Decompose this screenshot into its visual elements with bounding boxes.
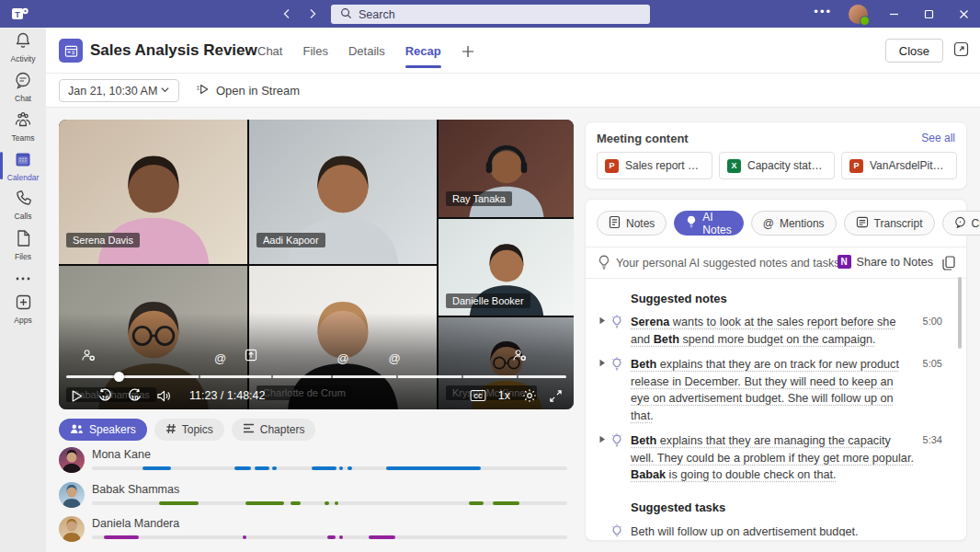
speaking-segment[interactable] bbox=[312, 466, 336, 470]
lightbulb-icon bbox=[598, 255, 610, 273]
sidebar-item-teams[interactable]: Teams bbox=[0, 107, 46, 145]
forward-10-button[interactable]: 10 bbox=[127, 388, 142, 403]
volume-button[interactable] bbox=[156, 389, 172, 403]
video-seek-bar[interactable] bbox=[66, 375, 566, 378]
window-minimize-button[interactable] bbox=[884, 0, 903, 28]
apps-icon bbox=[15, 293, 32, 315]
speaking-segment[interactable] bbox=[234, 466, 251, 470]
svg-text:10: 10 bbox=[131, 395, 139, 401]
fullscreen-button[interactable] bbox=[549, 389, 563, 403]
speaking-segment[interactable] bbox=[142, 466, 171, 470]
speaking-segment[interactable] bbox=[104, 535, 139, 539]
notes-scroll-area[interactable]: Suggested notes Serena wants to look at … bbox=[598, 279, 942, 536]
notes-card: NotesAI Notes@MentionsTranscriptChat You… bbox=[585, 199, 967, 541]
settings-gear-icon[interactable] bbox=[522, 388, 537, 403]
sidebar-item-calendar[interactable]: Calendar bbox=[0, 146, 46, 185]
play-button[interactable] bbox=[70, 389, 84, 403]
meeting-file-chip[interactable]: PSales report Q4... bbox=[597, 152, 712, 179]
rewind-10-button[interactable]: 10 bbox=[97, 388, 113, 403]
speaker-name: Daniela Mandera bbox=[92, 517, 179, 530]
meeting-calendar-icon bbox=[59, 39, 83, 63]
speaking-segment[interactable] bbox=[348, 466, 352, 470]
popout-icon[interactable] bbox=[953, 41, 969, 61]
page-title: Sales Analysis Review bbox=[90, 41, 257, 60]
sidebar-item-chat[interactable]: Chat bbox=[0, 67, 46, 106]
window-maximize-button[interactable] bbox=[919, 0, 938, 28]
video-playhead[interactable] bbox=[114, 372, 124, 382]
note-icon bbox=[609, 215, 621, 232]
expand-triangle-icon[interactable] bbox=[598, 314, 610, 327]
notes-tab-transcript[interactable]: Transcript bbox=[844, 211, 935, 236]
close-button[interactable]: Close bbox=[885, 39, 943, 63]
search-input[interactable]: Search bbox=[331, 5, 650, 24]
tab-chat[interactable]: Chat bbox=[257, 28, 282, 74]
speaking-segment[interactable] bbox=[386, 466, 482, 470]
note-timestamp[interactable]: 5:05 bbox=[915, 356, 942, 369]
scrollbar-thumb[interactable] bbox=[958, 277, 962, 349]
teams-app-window: T Search ••• ActivityChatTeamsCalendarCa… bbox=[0, 0, 980, 552]
captions-button[interactable]: CC bbox=[470, 389, 486, 402]
timeline-marker-person-add-icon[interactable] bbox=[512, 349, 527, 365]
speaking-segment[interactable] bbox=[272, 466, 277, 470]
speaking-segment[interactable] bbox=[255, 466, 269, 470]
notes-tab-chat[interactable]: Chat bbox=[942, 211, 980, 236]
copy-icon[interactable] bbox=[942, 256, 955, 274]
filter-pill-chapters[interactable]: Chapters bbox=[232, 419, 316, 441]
speaker-name: Babak Shammas bbox=[92, 483, 179, 496]
notes-tab-ai-notes[interactable]: AI Notes bbox=[674, 211, 743, 236]
timeline-marker-person-add-icon[interactable] bbox=[81, 349, 96, 365]
speaking-segment[interactable] bbox=[325, 501, 329, 505]
sidebar-item-activity[interactable]: Activity bbox=[0, 28, 46, 66]
speaking-segment[interactable] bbox=[159, 501, 199, 505]
speaking-segment[interactable] bbox=[339, 535, 343, 539]
sidebar-item-more[interactable] bbox=[0, 265, 46, 289]
see-all-link[interactable]: See all bbox=[921, 132, 955, 144]
meeting-date-dropdown[interactable]: Jan 21, 10:30 AM bbox=[59, 79, 179, 102]
tab-details[interactable]: Details bbox=[348, 28, 385, 74]
notes-tab-notes[interactable]: Notes bbox=[597, 211, 667, 236]
speaker-timeline[interactable] bbox=[92, 535, 567, 539]
note-text: Beth explains that they are on track for… bbox=[631, 356, 915, 424]
sidebar-item-calls[interactable]: Calls bbox=[0, 186, 46, 224]
playback-speed-button[interactable]: 1x bbox=[498, 389, 510, 402]
speaking-segment[interactable] bbox=[335, 501, 339, 505]
speaker-timeline[interactable] bbox=[92, 466, 567, 470]
participant-name-label: Ray Tanaka bbox=[446, 191, 512, 206]
meeting-file-chip[interactable]: PVanArsdelPitchDe... bbox=[841, 152, 957, 179]
timeline-marker-share-icon[interactable] bbox=[245, 349, 257, 365]
window-close-button[interactable] bbox=[954, 0, 973, 28]
titlebar-more-icon[interactable]: ••• bbox=[814, 5, 832, 18]
add-tab-icon[interactable] bbox=[462, 29, 474, 75]
tab-files[interactable]: Files bbox=[302, 28, 327, 74]
note-timestamp[interactable]: 5:34 bbox=[915, 432, 942, 445]
sidebar-item-apps[interactable]: Apps bbox=[0, 290, 46, 328]
expand-triangle-icon[interactable] bbox=[598, 432, 610, 445]
note-text: Serena wants to look at the sales report… bbox=[631, 314, 915, 348]
filter-pill-speakers[interactable]: Speakers bbox=[59, 419, 147, 441]
speaking-segment[interactable] bbox=[339, 466, 344, 470]
open-in-stream-button[interactable]: Open in Stream bbox=[196, 79, 300, 102]
nav-forward-icon[interactable] bbox=[307, 0, 318, 28]
speaking-segment[interactable] bbox=[243, 535, 246, 539]
sidebar-item-files[interactable]: Files bbox=[0, 225, 46, 264]
timeline-marker-at-icon[interactable]: @ bbox=[336, 351, 348, 365]
meeting-video-player[interactable]: Serena DavisAadi KapoorRay TanakaDaniell… bbox=[59, 120, 574, 409]
expand-triangle-icon[interactable] bbox=[598, 356, 610, 369]
speaking-segment[interactable] bbox=[245, 501, 284, 505]
speaking-segment[interactable] bbox=[469, 501, 484, 505]
user-avatar[interactable] bbox=[849, 5, 868, 24]
speaking-segment[interactable] bbox=[493, 501, 519, 505]
timeline-marker-at-icon[interactable]: @ bbox=[214, 351, 226, 365]
speaking-segment[interactable] bbox=[291, 501, 301, 505]
speaker-timeline[interactable] bbox=[92, 501, 567, 505]
note-timestamp[interactable]: 5:00 bbox=[915, 314, 942, 327]
notes-tab-mentions[interactable]: @Mentions bbox=[751, 211, 837, 236]
share-to-notes-button[interactable]: N Share to Notes bbox=[838, 255, 933, 269]
speaking-segment[interactable] bbox=[369, 535, 395, 539]
speaking-segment[interactable] bbox=[327, 535, 336, 539]
timeline-marker-at-icon[interactable]: @ bbox=[388, 351, 400, 365]
filter-pill-topics[interactable]: Topics bbox=[154, 419, 224, 441]
tab-recap[interactable]: Recap bbox=[405, 28, 441, 74]
nav-back-icon[interactable] bbox=[281, 0, 292, 28]
meeting-file-chip[interactable]: XCapacity stats list... bbox=[719, 152, 835, 179]
